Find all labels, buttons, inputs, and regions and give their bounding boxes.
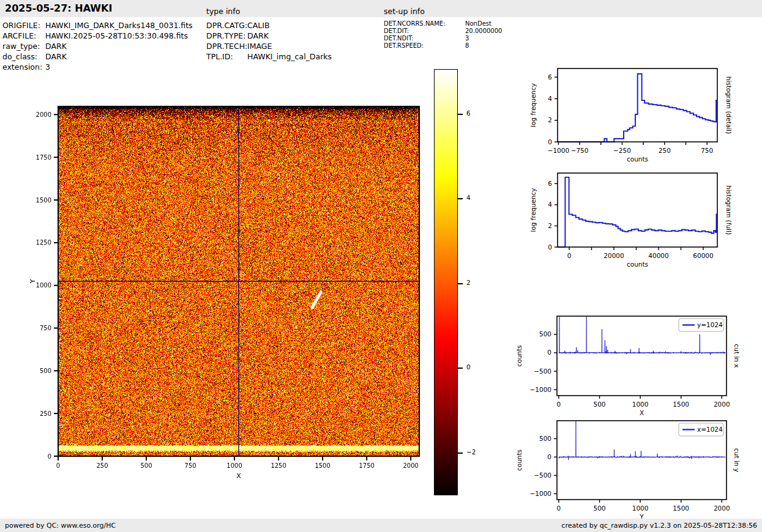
y-tick-label: 1000	[36, 282, 51, 289]
info-row-ndit: DET.NDIT:3	[384, 35, 414, 42]
x-tick-label: 2000	[403, 462, 418, 469]
info-label: DET.DIT:	[384, 28, 409, 34]
info-row-extension: extension:3	[2, 62, 42, 72]
y-tick-label: 500	[40, 368, 51, 374]
info-label: extension:	[2, 62, 42, 72]
cut_in_x-axes: 0500100015002000−1000−5000500Xcountscut …	[557, 316, 727, 396]
legend-label: x=1024	[697, 426, 723, 433]
x-tick-label: 1000	[632, 504, 649, 512]
info-row-dpr-type: DPR.TYPE:DARK	[206, 31, 245, 40]
y-tick-label: −500	[534, 368, 551, 375]
info-row-dit: DET.DIT:20.0000000	[384, 28, 409, 34]
x-tick-label: 60000	[693, 252, 713, 259]
y-tick-label: 4	[548, 95, 552, 102]
raw-image-plot: 0250500750100012501500175020000250500750…	[58, 106, 419, 456]
footer-created-by: created by qc_rawdisp.py v1.2.3 on 2025-…	[561, 522, 757, 530]
x-tick-label: 40000	[648, 252, 668, 259]
y-tick-label: 1500	[36, 197, 51, 204]
y-axis-label: Y	[29, 279, 37, 284]
info-label: DET.NDIT:	[384, 35, 414, 42]
colorbar-tick-label: −2	[466, 448, 476, 456]
x-axis-label: counts	[627, 260, 648, 268]
y-tick-label: 500	[539, 435, 551, 442]
colorbar-tick	[458, 283, 463, 284]
info-row-ncorrs: DET.NCORRS.NAME:NonDest	[384, 20, 446, 27]
y-tick-label: 6	[548, 180, 552, 187]
y-tick-label: 0	[48, 453, 51, 460]
info-row-raw-type: raw_type:DARK	[2, 42, 40, 51]
info-value: 3	[45, 62, 50, 72]
colorbar	[434, 69, 458, 495]
y-tick-label: 4	[548, 201, 552, 208]
y-axis-label: log frequency	[529, 188, 537, 232]
histogram-full-plot: 02000040000600000246countslog frequencyh…	[558, 173, 717, 247]
x-tick-label: 750	[185, 462, 196, 469]
info-label: do_class:	[2, 52, 37, 61]
legend: x=1024	[679, 423, 723, 436]
cut-in-x-plot: 0500100015002000−1000−5000500Xcountscut …	[557, 316, 727, 396]
info-row-dpr-tech: DPR.TECH:IMAGE	[206, 42, 247, 51]
histogram_full-series	[558, 177, 717, 247]
info-row-rspeed: DET.RSPEED:8	[384, 42, 424, 49]
colorbar-tick-label: 0	[466, 363, 471, 371]
axes-border	[58, 106, 419, 456]
x-axis-label: X	[640, 409, 644, 416]
y-tick-label: 750	[40, 325, 51, 331]
info-value: DARK	[247, 31, 269, 40]
x-tick-label: 1000	[226, 462, 242, 469]
x-tick-label: 250	[96, 462, 108, 469]
info-row-tpl-id: TPL.ID:HAWKI_img_cal_Darks	[206, 52, 233, 61]
x-tick-label: 0	[567, 252, 572, 259]
info-label: DET.NCORRS.NAME:	[384, 20, 446, 27]
x-tick-label: 2000	[714, 504, 730, 512]
colorbar-tick	[458, 453, 463, 454]
y-tick-label: 2000	[36, 111, 51, 118]
x-axis-label: X	[236, 472, 241, 480]
info-value: HAWKI.2025-05-28T10:53:30.498.fits	[45, 31, 188, 40]
info-value: HAWKI_img_cal_Darks	[247, 52, 332, 61]
setup-info-section-label: set-up info	[384, 7, 425, 16]
x-tick-label: 0	[557, 401, 561, 408]
colorbar-tick-label: 4	[466, 194, 471, 201]
info-value: DARK	[45, 42, 67, 51]
type-info-section-label: type info	[206, 7, 240, 16]
info-value: NonDest	[465, 20, 491, 27]
legend: y=1024	[679, 319, 723, 331]
colorbar-tick	[458, 368, 463, 369]
side-label: histogram (detail)	[725, 76, 733, 134]
cut-in-y-plot: 0500100015002000−1000−5000500Ycountscut …	[557, 421, 727, 500]
y-tick-label: 6	[548, 73, 552, 81]
histogram_full-axes: 02000040000600000246countslog frequencyh…	[558, 173, 717, 247]
info-value: 8	[465, 42, 469, 49]
info-row-origfile: ORIGFILE:HAWKI_IMG_DARK_Darks148_0031.fi…	[2, 21, 40, 30]
y-axis-label: log frequency	[529, 83, 537, 127]
info-value: DARK	[45, 52, 67, 61]
x-tick-label: −750	[571, 147, 589, 154]
info-label: DPR.TECH:	[206, 42, 247, 51]
y-tick-label: −1000	[529, 386, 551, 393]
x-tick-label: 250	[659, 147, 671, 154]
legend-label: y=1024	[697, 321, 723, 328]
page-title: 2025-05-27: HAWKI	[5, 2, 112, 14]
axes-border	[558, 173, 717, 247]
x-tick-label: 1500	[673, 504, 689, 512]
info-value: HAWKI_IMG_DARK_Darks148_0031.fits	[45, 21, 193, 30]
histogram_detail-axes: −1000−750−2502507500246countslog frequen…	[558, 68, 717, 142]
side-label: cut in y	[733, 448, 741, 472]
x-tick-label: 500	[593, 401, 605, 408]
x-tick-label: 1250	[271, 462, 286, 469]
raw_image-axes: 0250500750100012501500175020000250500750…	[58, 106, 419, 456]
colorbar-tick	[458, 198, 463, 199]
y-tick-label: 500	[539, 330, 551, 338]
cut_in_y-axes: 0500100015002000−1000−5000500Ycountscut …	[557, 421, 727, 500]
x-tick-label: 500	[593, 504, 605, 512]
y-tick-label: 0	[548, 243, 552, 251]
x-tick-label: 1000	[632, 401, 649, 408]
info-label: raw_type:	[2, 42, 40, 51]
colorbar-tick	[458, 114, 463, 115]
info-row-dpr-catg: DPR.CATG:CALIB	[206, 21, 247, 30]
info-row-do-class: do_class:DARK	[2, 52, 37, 61]
info-label: DPR.TYPE:	[206, 31, 245, 40]
info-label: TPL.ID:	[206, 52, 233, 61]
info-row-arcfile: ARCFILE:HAWKI.2025-05-28T10:53:30.498.fi…	[2, 31, 36, 40]
